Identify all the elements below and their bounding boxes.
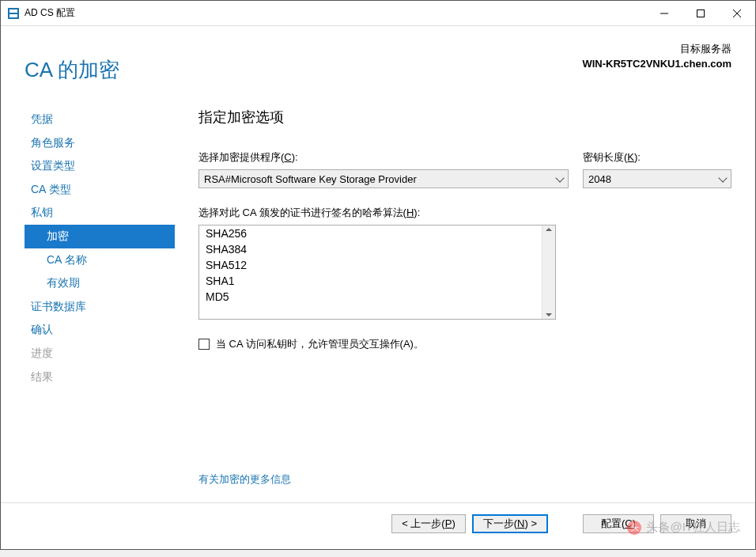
hash-option-md5[interactable]: MD5 [199,289,542,305]
minimize-button[interactable] [646,2,682,25]
hash-listbox[interactable]: SHA256 SHA384 SHA512 SHA1 MD5 [198,225,556,320]
allow-interact-row: 当 CA 访问私钥时，允许管理员交互操作(A)。 [198,337,731,351]
titlebar: AD CS 配置 [1,1,755,26]
provider-select[interactable]: RSA#Microsoft Software Key Storage Provi… [198,169,569,188]
hash-option-sha256[interactable]: SHA256 [199,225,542,241]
allow-interact-checkbox[interactable] [198,339,210,350]
wizard-window: AD CS 配置 CA 的加密 目标服务器 WIN-KR5TC2VNKU1.ch… [0,0,756,550]
server-info: 目标服务器 WIN-KR5TC2VNKU1.chen.com [582,42,731,70]
hash-option-sha1[interactable]: SHA1 [199,273,542,289]
nav-validity[interactable]: 有效期 [25,271,175,295]
configure-button[interactable]: 配置(C) [583,514,654,533]
svg-rect-1 [9,9,17,13]
chevron-down-icon [555,173,564,182]
window-title: AD CS 配置 [25,6,646,20]
header: CA 的加密 目标服务器 WIN-KR5TC2VNKU1.chen.com [1,26,755,92]
footer: < 上一步(P) 下一步(N) > 配置(C) 取消 [1,502,755,549]
nav-cert-db[interactable]: 证书数据库 [25,295,175,319]
hash-items: SHA256 SHA384 SHA512 SHA1 MD5 [199,225,542,319]
maximize-button[interactable] [682,2,719,25]
scrollbar[interactable] [542,225,555,319]
keylen-label: 密钥长度(K): [583,150,731,165]
keylen-group: 密钥长度(K): 2048 [583,150,731,188]
body: 凭据 角色服务 设置类型 CA 类型 私钥 加密 CA 名称 有效期 证书数据库… [1,92,755,502]
nav-credentials[interactable]: 凭据 [25,108,175,131]
scroll-down-icon [546,313,552,316]
hash-option-sha384[interactable]: SHA384 [199,241,542,257]
spacer [554,514,576,533]
next-button[interactable]: 下一步(N) > [472,514,548,533]
close-button[interactable] [719,2,755,25]
nav-ca-type[interactable]: CA 类型 [25,178,175,202]
section-title: 指定加密选项 [198,108,731,127]
keylen-select[interactable]: 2048 [583,169,731,188]
server-label: 目标服务器 [582,42,731,56]
nav-cryptography[interactable]: 加密 [25,225,175,248]
window-controls [646,2,755,25]
nav-private-key[interactable]: 私钥 [25,201,175,225]
hash-label: 选择对此 CA 颁发的证书进行签名的哈希算法(H): [198,206,731,220]
keylen-value: 2048 [588,173,611,185]
provider-group: 选择加密提供程序(C): RSA#Microsoft Software Key … [198,150,569,188]
app-icon [7,7,20,20]
main-content: 指定加密选项 选择加密提供程序(C): RSA#Microsoft Softwa… [183,108,731,494]
sidebar: 凭据 角色服务 设置类型 CA 类型 私钥 加密 CA 名称 有效期 证书数据库… [25,108,183,494]
more-info-link[interactable]: 有关加密的更多信息 [198,472,731,487]
nav-ca-name[interactable]: CA 名称 [25,248,175,272]
svg-rect-2 [9,14,17,17]
nav-setup-type[interactable]: 设置类型 [25,154,175,178]
page-heading: CA 的加密 [25,56,119,84]
hash-option-sha512[interactable]: SHA512 [199,257,542,273]
allow-interact-label: 当 CA 访问私钥时，允许管理员交互操作(A)。 [216,337,424,351]
provider-value: RSA#Microsoft Software Key Storage Provi… [204,173,417,185]
provider-label: 选择加密提供程序(C): [198,150,569,165]
nav-results: 结果 [25,366,175,389]
nav-role-services[interactable]: 角色服务 [25,131,175,155]
chevron-down-icon [718,173,727,182]
previous-button[interactable]: < 上一步(P) [391,514,466,533]
provider-row: 选择加密提供程序(C): RSA#Microsoft Software Key … [198,150,731,188]
scroll-up-icon [546,228,552,231]
cancel-button[interactable]: 取消 [660,514,731,533]
hash-group: 选择对此 CA 颁发的证书进行签名的哈希算法(H): SHA256 SHA384… [198,206,731,320]
svg-rect-4 [697,9,705,17]
nav-progress: 进度 [25,342,175,366]
server-name: WIN-KR5TC2VNKU1.chen.com [582,58,731,70]
nav-confirm[interactable]: 确认 [25,318,175,342]
